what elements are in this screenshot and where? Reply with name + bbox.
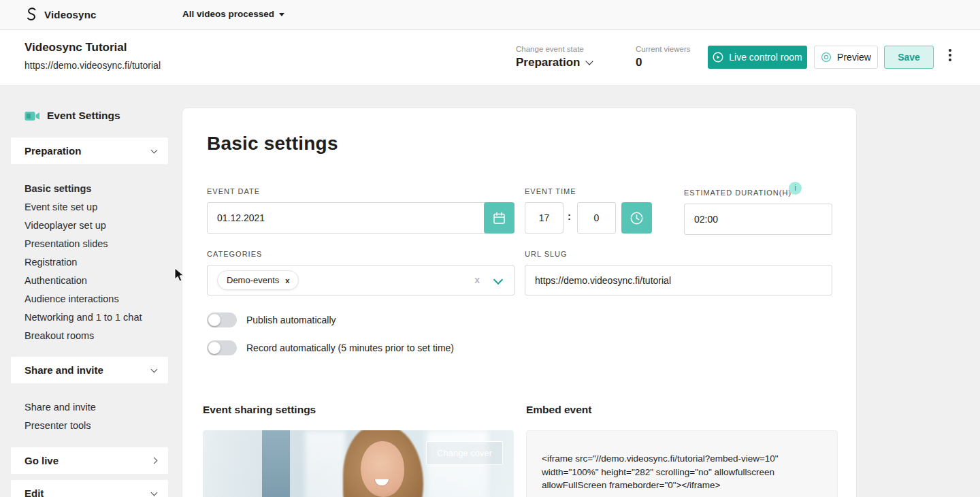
sidebar-item-networking-chat[interactable]: Networking and 1 to 1 chat: [24, 308, 142, 327]
event-title: Videosync Tutorial: [24, 41, 127, 54]
play-circle-icon: [713, 52, 723, 63]
chevron-down-icon: [586, 57, 593, 65]
brand-logo[interactable]: Videosync: [24, 7, 97, 22]
event-date-label: EVENT DATE: [207, 187, 260, 195]
info-icon[interactable]: i: [789, 182, 802, 195]
event-header: Videosync Tutorial https://demo.videosyn…: [0, 30, 980, 86]
record-automatically-row: Record automatically (5 minutes prior to…: [207, 340, 454, 355]
categories-label: CATEGORIES: [207, 250, 262, 258]
basic-settings-panel: Basic settings EVENT DATE EVENT TIME : E…: [182, 108, 857, 497]
event-sharing-settings-heading: Event sharing settings: [203, 404, 316, 416]
event-state-dropdown[interactable]: Preparation: [516, 56, 592, 69]
category-chip-label: Demo-events: [227, 275, 279, 285]
preview-label: Preview: [837, 52, 871, 63]
preparation-header-label: Preparation: [24, 145, 81, 157]
save-button[interactable]: Save: [884, 46, 934, 69]
embed-code-block[interactable]: <iframe src="//demo.videosync.fi/tutoria…: [526, 430, 838, 497]
sidebar-share-nav: Share and invite Presenter tools: [24, 398, 96, 435]
embed-event-heading: Embed event: [526, 404, 591, 416]
calendar-picker-button[interactable]: [484, 202, 514, 234]
sidebar-item-share-and-invite[interactable]: Share and invite: [24, 398, 96, 417]
sidebar-item-breakout-rooms[interactable]: Breakout rooms: [24, 327, 142, 345]
event-state-label: Change event state: [516, 45, 584, 53]
videos-filter-dropdown[interactable]: All videos processed: [182, 9, 284, 19]
chevron-down-icon: [151, 366, 158, 372]
sidebar-item-presenter-tools[interactable]: Presenter tools: [24, 417, 96, 435]
cover-person-face: [361, 441, 404, 497]
change-cover-button[interactable]: Change cover: [426, 441, 503, 465]
categories-select[interactable]: Demo-events x x: [207, 265, 514, 295]
sidebar-section-go-live[interactable]: Go live: [11, 447, 168, 474]
event-url: https://demo.videosync.fi/tutorial: [24, 60, 161, 71]
category-chip: Demo-events x: [217, 270, 299, 290]
live-control-room-button[interactable]: Live control room: [708, 46, 807, 69]
event-time-hour-input[interactable]: [525, 202, 564, 234]
top-navigation-bar: Videosync All videos processed Switch to…: [0, 0, 980, 30]
clock-icon: [630, 211, 644, 225]
brand-name: Videosync: [44, 9, 97, 20]
calendar-icon: [493, 212, 506, 225]
event-time-label: EVENT TIME: [525, 187, 576, 195]
video-camera-icon: [24, 111, 40, 121]
publish-automatically-toggle[interactable]: [207, 312, 237, 327]
eye-icon: [821, 52, 832, 63]
current-viewers-count: 0: [636, 56, 642, 69]
sidebar-item-event-site-set-up[interactable]: Event site set up: [24, 198, 142, 217]
sidebar-item-registration[interactable]: Registration: [24, 253, 142, 272]
caret-down-icon: [279, 13, 284, 16]
url-slug-label: URL SLUG: [525, 250, 568, 258]
sidebar-section-preparation[interactable]: Preparation: [11, 138, 168, 164]
event-time-minute-input[interactable]: [577, 202, 616, 234]
go-live-header-label: Go live: [24, 455, 59, 466]
chip-remove-icon[interactable]: x: [285, 276, 289, 285]
sidebar-title: Event Settings: [24, 110, 120, 122]
current-viewers-label: Current viewers: [636, 45, 691, 53]
publish-automatically-label: Publish automatically: [246, 315, 336, 325]
videos-filter-label: All videos processed: [182, 9, 274, 19]
url-slug-input[interactable]: [525, 265, 832, 295]
event-date-input[interactable]: [207, 202, 514, 234]
sidebar-item-authentication[interactable]: Authentication: [24, 272, 142, 290]
sidebar-preparation-nav: Basic settings Event site set up Videopl…: [24, 180, 142, 345]
app-root: Videosync All videos processed Switch to…: [0, 0, 980, 497]
edit-header-label: Edit: [24, 487, 44, 497]
share-header-label: Share and invite: [24, 364, 103, 376]
select-chevron-down-icon[interactable]: [493, 275, 503, 285]
chevron-down-icon: [151, 489, 158, 496]
sidebar-section-share-and-invite[interactable]: Share and invite: [11, 357, 168, 383]
sidebar-item-videoplayer-set-up[interactable]: Videoplayer set up: [24, 217, 142, 235]
estimated-duration-input[interactable]: [684, 204, 832, 235]
record-automatically-toggle[interactable]: [207, 340, 237, 355]
cover-background-shape: [262, 430, 290, 497]
more-options-kebab-menu[interactable]: [947, 48, 953, 63]
chevron-down-icon: [151, 146, 158, 153]
time-picker-button[interactable]: [621, 202, 652, 234]
event-cover-image: Change cover: [203, 430, 514, 497]
estimated-duration-label: ESTIMATED DURATION(H): [684, 189, 791, 197]
event-state-value: Preparation: [516, 56, 580, 69]
live-control-room-label: Live control room: [729, 52, 802, 63]
time-separator: :: [568, 210, 571, 222]
page-title: Basic settings: [207, 133, 338, 155]
sidebar-title-label: Event Settings: [47, 110, 120, 122]
sidebar-section-edit[interactable]: Edit: [11, 480, 168, 497]
cover-background-shape: [305, 430, 346, 497]
sidebar-item-basic-settings[interactable]: Basic settings: [24, 180, 142, 198]
chevron-right-icon: [151, 458, 158, 464]
videosync-logo-icon: [24, 7, 38, 22]
save-label: Save: [898, 52, 920, 63]
sidebar-item-presentation-slides[interactable]: Presentation slides: [24, 235, 142, 253]
record-automatically-label: Record automatically (5 minutes prior to…: [246, 342, 454, 353]
publish-automatically-row: Publish automatically: [207, 312, 336, 327]
clear-selection-icon[interactable]: x: [474, 274, 480, 285]
sidebar-item-audience-interactions[interactable]: Audience interactions: [24, 290, 142, 308]
preview-button[interactable]: Preview: [814, 46, 878, 69]
